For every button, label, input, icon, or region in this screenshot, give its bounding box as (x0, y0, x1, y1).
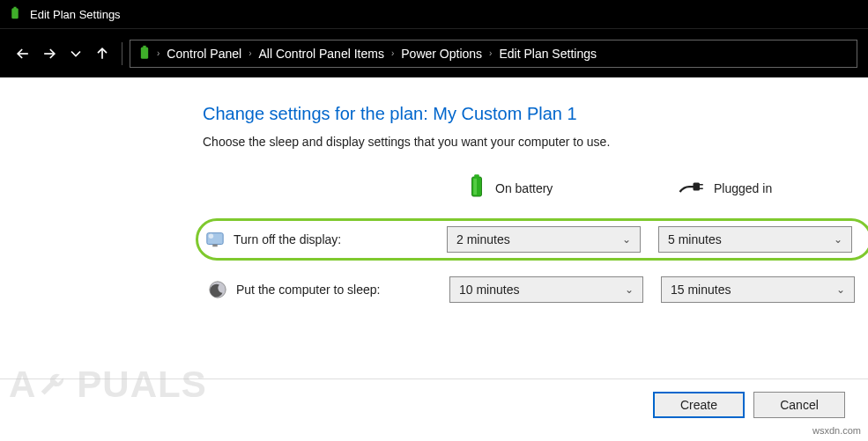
watermark-site: wsxdn.com (812, 425, 861, 436)
column-header-battery: On battery (449, 173, 661, 202)
chevron-down-icon: ⌄ (836, 283, 845, 296)
row-display-label: Turn off the display: (200, 230, 447, 249)
titlebar: Edit Plan Settings (0, 0, 868, 28)
app-icon (7, 6, 23, 22)
sleep-icon (208, 280, 227, 299)
chevron-down-icon: ⌄ (834, 233, 842, 246)
create-label: Create (680, 398, 717, 412)
svg-rect-0 (11, 8, 19, 18)
back-button[interactable] (11, 36, 35, 71)
window-title: Edit Plan Settings (30, 8, 121, 21)
recent-dropdown[interactable] (63, 36, 88, 71)
row-sleep-label: Put the computer to sleep: (203, 280, 449, 299)
toolbar: › Control Panel › All Control Panel Item… (0, 28, 868, 77)
plan-name: My Custom Plan 1 (433, 104, 576, 123)
display-label-text: Turn off the display: (234, 232, 341, 246)
breadcrumb-power-options[interactable]: Power Options (397, 45, 486, 62)
plug-icon (679, 177, 705, 199)
display-icon (205, 230, 225, 249)
highlight-box: Turn off the display: 2 minutes ⌄ 5 minu… (196, 218, 868, 261)
svg-rect-2 (141, 47, 148, 58)
address-bar[interactable]: › Control Panel › All Control Panel Item… (130, 40, 857, 68)
heading-prefix: Change settings for the plan: (203, 104, 433, 123)
svg-rect-1 (14, 7, 17, 9)
settings-grid: On battery Plugged in Turn off the displ… (203, 173, 833, 303)
display-plugged-dropdown[interactable]: 5 minutes ⌄ (658, 226, 852, 253)
svg-point-12 (209, 234, 214, 239)
svg-rect-8 (700, 184, 703, 186)
display-battery-value: 2 minutes (456, 232, 510, 246)
create-button[interactable]: Create (653, 392, 745, 418)
chevron-right-icon: › (391, 48, 394, 58)
svg-rect-3 (143, 45, 145, 48)
svg-rect-9 (700, 188, 703, 190)
display-plugged-value: 5 minutes (668, 232, 722, 246)
page-heading: Change settings for the plan: My Custom … (203, 104, 833, 124)
sleep-label-text: Put the computer to sleep: (236, 283, 380, 297)
watermark-logo: A PUALS (9, 364, 207, 406)
wrench-icon (36, 364, 77, 405)
breadcrumb-control-panel[interactable]: Control Panel (163, 45, 245, 62)
up-button[interactable] (90, 36, 115, 71)
page-subheading: Choose the sleep and display settings th… (203, 135, 833, 149)
watermark-left: A (9, 364, 36, 406)
chevron-right-icon: › (157, 48, 160, 58)
chevron-right-icon: › (489, 48, 492, 58)
svg-rect-7 (694, 183, 701, 191)
toolbar-separator (122, 42, 122, 65)
svg-rect-5 (474, 174, 479, 178)
watermark-right: PUALS (77, 364, 206, 406)
breadcrumb-edit-plan[interactable]: Edit Plan Settings (495, 45, 600, 62)
sleep-battery-value: 10 minutes (459, 283, 519, 297)
forward-button[interactable] (37, 36, 62, 71)
address-icon (136, 45, 153, 62)
breadcrumb-all-items[interactable]: All Control Panel Items (256, 45, 388, 62)
battery-icon (467, 173, 486, 202)
column-header-plugged: Plugged in (661, 177, 868, 199)
svg-rect-6 (473, 179, 477, 195)
chevron-right-icon: › (249, 48, 251, 58)
column-plugged-label: Plugged in (714, 181, 772, 195)
content-area: Change settings for the plan: My Custom … (0, 77, 868, 320)
chevron-down-icon: ⌄ (622, 233, 631, 246)
chevron-down-icon: ⌄ (625, 283, 634, 296)
cancel-label: Cancel (780, 398, 819, 412)
cancel-button[interactable]: Cancel (753, 392, 845, 418)
footer-buttons: Create Cancel (653, 392, 845, 418)
sleep-battery-dropdown[interactable]: 10 minutes ⌄ (449, 276, 643, 303)
svg-rect-11 (212, 245, 218, 247)
column-battery-label: On battery (495, 181, 553, 195)
sleep-plugged-value: 15 minutes (671, 283, 731, 297)
sleep-plugged-dropdown[interactable]: 15 minutes ⌄ (661, 276, 855, 303)
display-battery-dropdown[interactable]: 2 minutes ⌄ (447, 226, 641, 253)
